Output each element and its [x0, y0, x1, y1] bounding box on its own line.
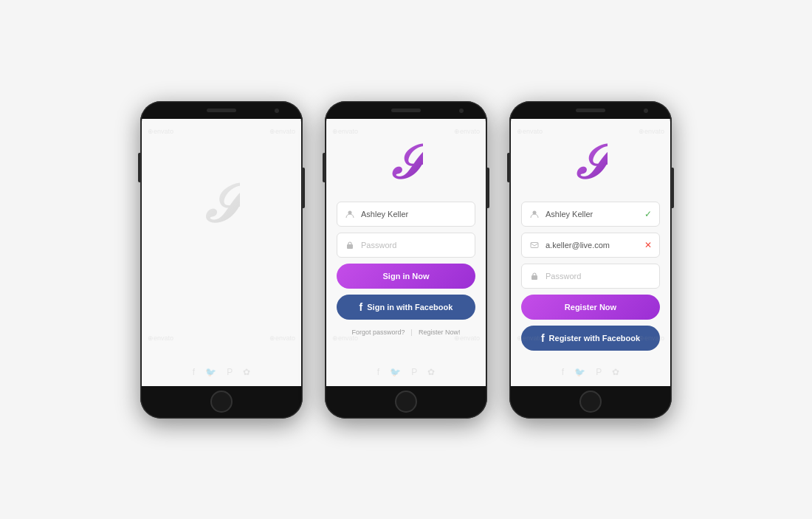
twitter-social-icon-2: 🐦 [390, 367, 401, 377]
password-input-row: Password [337, 233, 475, 258]
register-logo-container: 𝒮 [574, 140, 608, 187]
phone-2-speaker [391, 109, 421, 112]
signin-button[interactable]: Sign in Now [337, 264, 475, 289]
phone-1-screen: ⊕envato ⊕envato ⊕envato ⊕envato 𝒮 f 🐦 P … [142, 119, 301, 386]
svg-rect-3 [531, 242, 538, 247]
phone-1-speaker [207, 109, 236, 112]
pinterest-social-icon: P [227, 367, 233, 377]
phone-3-top-bar [511, 103, 670, 119]
phone-2-camera [459, 109, 464, 113]
social-row-3: f 🐦 P ✿ [562, 367, 619, 377]
link-divider: | [411, 329, 413, 336]
wm-2b: ⊕envato [454, 128, 480, 135]
lock-icon [345, 240, 355, 250]
wm-1d: ⊕envato [269, 334, 295, 342]
register-link[interactable]: Register Now! [419, 329, 461, 336]
pinterest-social-icon-3: P [596, 367, 602, 377]
page-wrapper: ⊕envato ⊕envato ⊕envato ⊕envato 𝒮 f 🐦 P … [0, 0, 812, 519]
wm-1b: ⊕envato [269, 128, 295, 135]
home-button-1[interactable] [210, 391, 233, 413]
reg-user-icon [529, 209, 540, 219]
splash-logo: 𝒮 [203, 178, 240, 231]
user-icon [345, 209, 355, 219]
username-valid-icon: ✓ [644, 209, 652, 219]
twitter-social-icon-3: 🐦 [574, 367, 585, 377]
reg-password-field[interactable]: Password [546, 272, 652, 281]
home-button-2[interactable] [395, 391, 417, 413]
screen-1-watermarks: ⊕envato ⊕envato ⊕envato ⊕envato [142, 119, 301, 386]
reg-email-field[interactable]: a.keller@live.com [546, 241, 639, 250]
facebook-register-button[interactable]: f Register with Facebook [521, 326, 660, 351]
reg-password-input-row: Password [521, 264, 660, 289]
phone-3-screen: ⊕envato ⊕envato ⊕envato ⊕envato 𝒮 [511, 119, 670, 386]
facebook-reg-btn-icon: f [541, 332, 545, 344]
wm-1c: ⊕envato [148, 334, 173, 342]
password-field[interactable]: Password [361, 241, 467, 250]
reg-username-input-row: Ashley Keller ✓ [521, 202, 660, 227]
wm-1a: ⊕envato [148, 128, 173, 135]
phone-2-bottom [326, 386, 486, 417]
phone-3-camera [644, 109, 648, 113]
vine-social-icon-3: ✿ [612, 367, 619, 377]
phone-2: ⊕envato ⊕envato ⊕envato ⊕envato 𝒮 [325, 101, 487, 419]
phone-1: ⊕envato ⊕envato ⊕envato ⊕envato 𝒮 f 🐦 P … [140, 101, 303, 419]
login-logo-container: 𝒮 [390, 140, 423, 187]
splash-logo-container: 𝒮 [203, 178, 240, 231]
phone-1-inner: ⊕envato ⊕envato ⊕envato ⊕envato 𝒮 f 🐦 P … [142, 103, 301, 417]
social-row-1: f 🐦 P ✿ [193, 367, 250, 377]
reg-username-field[interactable]: Ashley Keller [546, 210, 639, 219]
home-button-3[interactable] [579, 391, 602, 413]
phone-2-screen: ⊕envato ⊕envato ⊕envato ⊕envato 𝒮 [326, 119, 486, 386]
facebook-signin-button[interactable]: f Sign in with Facebook [337, 295, 475, 320]
forgot-password-link[interactable]: Forgot password? [352, 329, 405, 336]
phone-3-inner: ⊕envato ⊕envato ⊕envato ⊕envato 𝒮 [511, 103, 670, 417]
facebook-signin-label: Sign in with Facebook [367, 303, 453, 312]
facebook-social-icon: f [193, 367, 195, 377]
links-row: Forgot password? | Register Now! [337, 329, 475, 336]
social-row-2: f 🐦 P ✿ [377, 367, 435, 377]
phone-1-top-bar [142, 103, 301, 119]
register-logo: 𝒮 [574, 140, 608, 187]
svg-rect-1 [347, 244, 353, 249]
phone-2-inner: ⊕envato ⊕envato ⊕envato ⊕envato 𝒮 [326, 103, 486, 417]
vine-social-icon-2: ✿ [427, 367, 435, 377]
facebook-social-icon-3: f [562, 367, 564, 377]
phone-3-bottom [511, 386, 670, 417]
phone-2-top-bar [326, 103, 486, 119]
phone-3-speaker [576, 109, 605, 112]
reg-email-icon [529, 240, 540, 250]
phone-1-camera [275, 109, 279, 113]
email-invalid-icon: ✕ [644, 240, 652, 250]
twitter-social-icon: 🐦 [205, 367, 216, 377]
username-field[interactable]: Ashley Keller [361, 210, 467, 219]
wm-3a: ⊕envato [517, 128, 543, 135]
phone-3: ⊕envato ⊕envato ⊕envato ⊕envato 𝒮 [509, 101, 672, 419]
vine-social-icon: ✿ [243, 367, 250, 377]
login-form: Ashley Keller Password Sign in Now [326, 202, 486, 336]
wm-2a: ⊕envato [332, 128, 358, 135]
pinterest-social-icon-2: P [411, 367, 417, 377]
reg-email-input-row: a.keller@live.com ✕ [521, 233, 660, 258]
facebook-social-icon-2: f [377, 367, 379, 377]
register-button[interactable]: Register Now [521, 295, 660, 320]
facebook-btn-icon: f [359, 301, 363, 313]
username-input-row: Ashley Keller [337, 202, 475, 227]
facebook-register-label: Register with Facebook [549, 334, 640, 343]
svg-rect-4 [531, 275, 537, 280]
reg-lock-icon [529, 271, 540, 281]
wm-3b: ⊕envato [639, 128, 664, 135]
login-logo: 𝒮 [390, 140, 423, 187]
register-form: Ashley Keller ✓ a.keller@live.com ✕ [511, 202, 670, 351]
phone-1-bottom [142, 386, 301, 417]
